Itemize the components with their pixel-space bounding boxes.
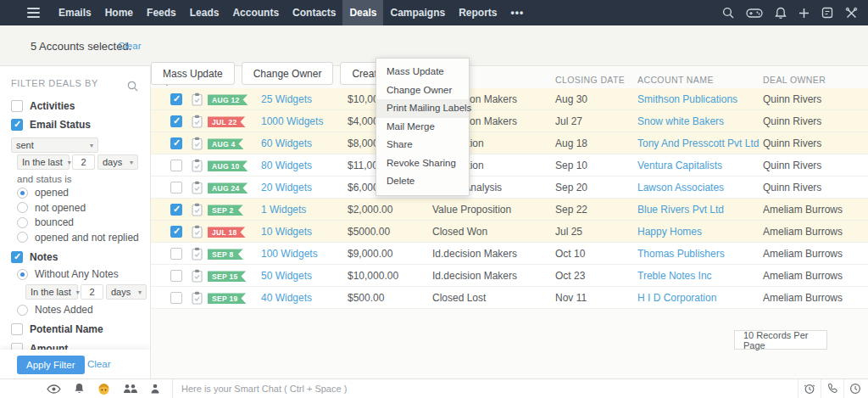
checkbox-checked[interactable]: [11, 119, 23, 131]
table-row[interactable]: SEP 19 40 Widgets $500.00 Closed Lost No…: [151, 287, 868, 309]
hamburger-menu-icon[interactable]: [27, 8, 40, 18]
table-row[interactable]: AUG 4 60 Widgets $8,000.00 Negotiation A…: [151, 132, 868, 154]
apply-filter-button[interactable]: Apply Filter: [17, 356, 85, 374]
account-name-link[interactable]: Blue Rivers Pvt Ltd: [637, 204, 724, 216]
menu-item-mail-merge[interactable]: Mail Merge: [376, 118, 469, 137]
row-checkbox[interactable]: [170, 115, 182, 127]
row-checkbox[interactable]: [170, 248, 182, 260]
row-checkbox[interactable]: [170, 226, 182, 238]
deal-name-link[interactable]: 1000 Widgets: [261, 115, 323, 127]
person-icon[interactable]: [150, 384, 160, 394]
nav-item-home[interactable]: Home: [98, 0, 140, 25]
row-checkbox[interactable]: [170, 137, 182, 149]
clear-selection-link[interactable]: Clear: [118, 41, 141, 51]
row-checkbox[interactable]: [170, 160, 182, 171]
account-name-link[interactable]: Happy Homes: [637, 226, 702, 238]
filter-checkbox-email-status[interactable]: Email Status: [11, 119, 91, 131]
radio-selected[interactable]: [17, 269, 28, 280]
notes-period-type-select[interactable]: In the last▾: [25, 284, 78, 300]
menu-item-share[interactable]: Share: [376, 136, 469, 154]
account-name-link[interactable]: Treble Notes Inc: [637, 270, 712, 282]
filter-checkbox-activities[interactable]: Activities: [11, 100, 75, 112]
nav-item-emails[interactable]: Emails: [52, 0, 98, 25]
row-checkbox[interactable]: [170, 93, 182, 105]
menu-item-revoke-sharing[interactable]: Revoke Sharing: [376, 154, 469, 173]
account-name-link[interactable]: Snow white Bakers: [637, 115, 724, 127]
table-row[interactable]: SEP 2 1 Widgets $2,000.00 Value Proposit…: [151, 199, 868, 221]
email-status-select[interactable]: sent ▾: [11, 137, 98, 153]
deal-name-link[interactable]: 60 Widgets: [261, 137, 312, 149]
table-row[interactable]: JUL 22 1000 Widgets $4,000.00 Id.decisio…: [151, 110, 868, 132]
nav-item-reports[interactable]: Reports: [452, 0, 504, 25]
smart-chat-input[interactable]: [173, 384, 798, 394]
clock-icon[interactable]: [843, 379, 866, 398]
row-checkbox[interactable]: [170, 182, 182, 193]
deal-name-link[interactable]: 25 Widgets: [261, 93, 312, 105]
mass-update-button[interactable]: Mass Update: [151, 62, 235, 85]
row-checkbox[interactable]: [170, 292, 182, 304]
radio-unselected[interactable]: [17, 232, 28, 243]
deal-name-link[interactable]: 40 Widgets: [261, 292, 312, 304]
notes-period-unit-select[interactable]: days▾: [106, 284, 147, 300]
account-name-link[interactable]: Tony And Presscott Pvt Ltd: [637, 137, 759, 149]
table-row[interactable]: SEP 8 100 Widgets $9,000.00 Id.decision …: [151, 243, 868, 265]
radio-not-opened[interactable]: not opened: [17, 202, 139, 214]
deal-name-link[interactable]: 50 Widgets: [261, 270, 312, 282]
nav-item-leads[interactable]: Leads: [183, 0, 226, 25]
checkbox-unchecked[interactable]: [11, 100, 23, 112]
plus-icon[interactable]: [798, 8, 810, 19]
account-name-link[interactable]: Smithson Publications: [637, 93, 737, 105]
deal-name-link[interactable]: 20 Widgets: [261, 182, 312, 193]
nav-more-item[interactable]: •••: [504, 0, 531, 25]
menu-item-delete[interactable]: Delete: [376, 172, 469, 191]
radio-bounced[interactable]: bounced: [17, 216, 139, 228]
radio-selected[interactable]: [17, 188, 28, 199]
radio-opened[interactable]: opened: [17, 187, 139, 199]
menu-item-print-mailing-labels[interactable]: Print Mailing Labels: [376, 99, 469, 118]
row-checkbox[interactable]: [170, 270, 182, 282]
deal-name-link[interactable]: 10 Widgets: [261, 226, 312, 238]
phone-icon[interactable]: [821, 379, 843, 398]
table-row[interactable]: AUG 12 25 Widgets $10,000.00 Id.decision…: [151, 88, 868, 110]
alarm-clock-icon[interactable]: [798, 379, 821, 398]
radio-without-any-notes[interactable]: Without Any Notes: [17, 268, 119, 280]
records-per-page-select[interactable]: 10 Records Per Page: [734, 330, 827, 350]
feedback-icon[interactable]: [821, 7, 833, 19]
nav-item-accounts[interactable]: Accounts: [225, 0, 286, 25]
eye-icon[interactable]: [47, 384, 61, 394]
gamepad-icon[interactable]: [746, 8, 763, 19]
checkbox-unchecked[interactable]: [11, 323, 23, 335]
nav-item-deals[interactable]: Deals: [342, 0, 383, 25]
period-unit-select[interactable]: days▾: [97, 154, 138, 170]
column-header-closing-date[interactable]: CLOSING DATE: [555, 75, 625, 85]
filter-search-icon[interactable]: [127, 80, 138, 95]
checkbox-checked[interactable]: [11, 251, 23, 263]
nav-item-feeds[interactable]: Feeds: [140, 0, 183, 25]
filter-checkbox-notes[interactable]: Notes: [11, 251, 58, 263]
radio-unselected[interactable]: [17, 202, 28, 213]
change-owner-button[interactable]: Change Owner: [242, 62, 334, 85]
menu-item-change-owner[interactable]: Change Owner: [376, 81, 469, 100]
setup-tools-icon[interactable]: [845, 7, 858, 20]
account-name-link[interactable]: Ventura Capitalists: [637, 160, 722, 171]
table-row[interactable]: AUG 10 80 Widgets $11,000.00 Negotiation…: [151, 154, 868, 177]
deal-name-link[interactable]: 1 Widgets: [261, 204, 306, 216]
column-header-account-name[interactable]: ACCOUNT NAME: [637, 75, 714, 85]
filter-checkbox-potential-name[interactable]: Potential Name: [11, 323, 103, 335]
nav-item-contacts[interactable]: Contacts: [286, 0, 342, 25]
bell-icon[interactable]: [74, 383, 85, 395]
column-header-deal-owner[interactable]: DEAL OWNER: [763, 75, 826, 85]
emoji-avatar-icon[interactable]: [97, 383, 110, 395]
deal-name-link[interactable]: 100 Widgets: [261, 248, 318, 260]
menu-item-mass-update[interactable]: Mass Update: [376, 63, 469, 81]
notes-period-value-input[interactable]: [81, 284, 103, 300]
deal-name-link[interactable]: 80 Widgets: [261, 160, 312, 171]
table-row[interactable]: SEP 15 50 Widgets $10,000.00 Id.decision…: [151, 265, 868, 287]
table-row[interactable]: AUG 24 20 Widgets $6,000.00 Needs Analys…: [151, 177, 868, 199]
account-name-link[interactable]: Lawson Associates: [637, 182, 724, 193]
filter-clear-link[interactable]: Clear: [87, 359, 110, 369]
account-name-link[interactable]: Thomas Publishers: [637, 248, 725, 260]
nav-item-campaigns[interactable]: Campaigns: [383, 0, 452, 25]
period-value-input[interactable]: [72, 154, 95, 170]
radio-notes-added[interactable]: Notes Added: [17, 304, 93, 316]
